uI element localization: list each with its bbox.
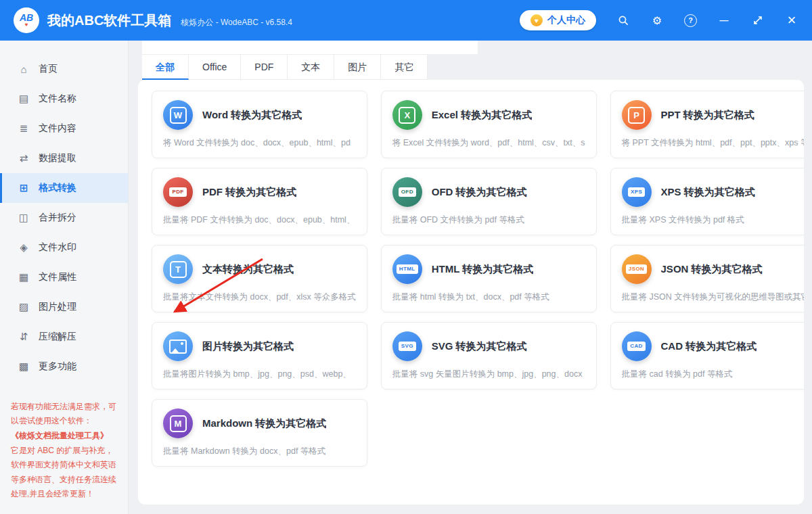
sidebar-item-label: 文件内容 [39,122,76,135]
sidebar-item-file-name[interactable]: ▤ 文件名称 [0,84,128,114]
heart-icon: ♥ [25,22,28,28]
feature-badge: XPS [628,187,645,197]
app-logo: AB ♥ [14,7,39,33]
image-process-icon: ▨ [18,301,30,313]
feature-card-header: CAD CAD 转换为其它格式 [622,331,804,361]
tab-all[interactable]: 全部 [142,54,189,80]
search-icon[interactable] [616,15,630,26]
card-markdown[interactable]: M Markdown 转换为其它格式 批量将 Markdown 转换为 docx… [152,399,367,467]
file-attr-icon: ▦ [18,271,30,283]
sidebar-item-label: 文件属性 [39,271,76,283]
feature-card-header: SVG SVG 转换为其它格式 [392,331,585,361]
user-center-button[interactable]: ♥ 个人中心 [520,10,596,30]
feature-badge: PDF [169,187,186,197]
feature-title: Excel 转换为其它格式 [432,109,532,122]
sidebar-item-compress[interactable]: ⇵ 压缩解压 [0,322,128,352]
feature-desc: 将 Excel 文件转换为 word、pdf、html、csv、txt、s [392,137,585,149]
note-text-2: 它是对 ABC 的扩展与补充，软件界面支持简体中文和英语等多种语言、支持任务流连… [11,446,116,499]
compress-icon: ⇵ [18,331,30,343]
sidebar-item-file-content[interactable]: ≣ 文件内容 [0,114,128,143]
tab-image[interactable]: 图片 [334,54,381,80]
user-badge-icon: ♥ [531,14,543,26]
sidebar-note: 若现有功能无法满足需求，可以尝试使用这个软件： 《核烁文档批量处理工具》 它是对… [0,392,128,514]
format-convert-icon: ⊞ [18,182,30,194]
help-icon[interactable]: ? [684,14,697,27]
sidebar-item-format-convert[interactable]: ⊞ 格式转换 [0,173,128,203]
feature-card-header: M Markdown 转换为其它格式 [163,408,356,438]
feature-badge: JSON [626,264,647,274]
sidebar-item-label: 文件水印 [39,241,76,254]
main-panel: W Word 转换为其它格式 将 Word 文件转换为 doc、docx、epu… [138,80,804,505]
home-icon: ⌂ [18,64,30,75]
feature-card-header: W Word 转换为其它格式 [163,100,356,130]
markdown-icon: M [163,408,193,438]
card-ppt[interactable]: P PPT 转换为其它格式 将 PPT 文件转换为 html、pdf、ppt、p… [610,91,804,158]
tab-pdf[interactable]: PDF [241,54,288,80]
feature-desc: 批量将 Markdown 转换为 docx、pdf 等格式 [163,446,356,457]
feature-title: Markdown 转换为其它格式 [202,417,326,430]
feature-badge: SVG [399,342,416,351]
sidebar-item-data-extract[interactable]: ⇄ 数据提取 [0,143,128,173]
card-word[interactable]: W Word 转换为其它格式 将 Word 文件转换为 doc、docx、epu… [152,91,367,158]
feature-desc: 批量将 JSON 文件转换为可视化的思维导图或其它格 [622,291,804,303]
sidebar-item-label: 格式转换 [39,182,76,194]
card-ofd[interactable]: OFD OFD 转换为其它格式 批量将 OFD 文件转换为 pdf 等格式 [381,168,597,235]
card-svg[interactable]: SVG SVG 转换为其它格式 批量将 svg 矢量图片转换为 bmp、jpg、… [381,322,597,390]
card-excel[interactable]: X Excel 转换为其它格式 将 Excel 文件转换为 word、pdf、h… [381,91,597,158]
sidebar-item-image-process[interactable]: ▨ 图片处理 [0,292,128,322]
feature-title: OFD 转换为其它格式 [432,186,527,199]
card-cad[interactable]: CAD CAD 转换为其它格式 批量将 cad 转换为 pdf 等格式 [610,322,804,390]
card-text[interactable]: T 文本转换为其它格式 批量将文本文件转换为 docx、pdf、xlsx 等众多… [152,245,367,312]
excel-icon: X [392,100,422,130]
feature-badge: HTML [397,264,418,274]
sidebar-item-label: 图片处理 [39,301,76,313]
feature-title: JSON 转换为其它格式 [661,263,763,276]
sidebar-item-file-attr[interactable]: ▦ 文件属性 [0,262,128,292]
card-pdf[interactable]: PDF PDF 转换为其它格式 批量将 PDF 文件转换为 doc、docx、e… [152,168,367,235]
tab-text[interactable]: 文本 [288,54,334,80]
tab-office[interactable]: Office [189,54,241,80]
settings-gear-icon[interactable]: ⚙ [650,14,664,27]
card-html[interactable]: HTML HTML 转换为其它格式 批量将 html 转换为 txt、docx、… [381,245,597,312]
sidebar-item-watermark[interactable]: ◈ 文件水印 [0,233,128,262]
feature-title: XPS 转换为其它格式 [661,186,755,199]
sidebar-item-more[interactable]: ▩ 更多功能 [0,352,128,381]
feature-card-header: HTML HTML 转换为其它格式 [392,254,585,284]
text-icon: T [163,254,193,284]
close-button[interactable]: × [785,11,798,29]
card-image[interactable]: 图片转换为其它格式 批量将图片转换为 bmp、jpg、png、psd、webp、 [152,322,367,390]
sidebar-item-merge-split[interactable]: ◫ 合并拆分 [0,203,128,233]
cards-grid: W Word 转换为其它格式 将 Word 文件转换为 doc、docx、epu… [138,80,804,477]
resize-button[interactable] [751,15,765,26]
feature-badge [169,340,187,354]
feature-desc: 批量将文本文件转换为 docx、pdf、xlsx 等众多格式 [163,291,356,303]
feature-desc: 批量将 XPS 文件转换为 pdf 格式 [622,214,804,226]
card-xps[interactable]: XPS XPS 转换为其它格式 批量将 XPS 文件转换为 pdf 格式 [610,168,804,235]
feature-badge: X [399,107,415,124]
sidebar-item-label: 合并拆分 [39,212,76,224]
feature-desc: 批量将图片转换为 bmp、jpg、png、psd、webp、 [163,369,356,380]
sidebar-item-label: 更多功能 [39,360,76,373]
feature-badge: W [170,107,187,124]
titlebar-actions: ♥ 个人中心 ⚙ ? ─ × [520,10,798,30]
feature-desc: 批量将 cad 转换为 pdf 等格式 [622,369,804,380]
note-text-1: 若现有功能无法满足需求，可以尝试使用这个软件： [11,402,116,426]
feature-badge: OFD [399,187,416,197]
sidebar-item-home[interactable]: ⌂ 首页 [0,54,128,84]
html-icon: HTML [392,254,422,284]
app-subtitle: 核烁办公 - WodeABC - v6.58.4 [181,13,292,28]
svg-icon: SVG [392,331,422,361]
feature-card-header: XPS XPS 转换为其它格式 [622,177,804,207]
content-area: 全部OfficePDF文本图片其它 W Word 转换为其它格式 将 Word … [129,41,812,514]
feature-card-header: PDF PDF 转换为其它格式 [163,177,356,207]
cad-icon: CAD [622,331,652,361]
note-link[interactable]: 《核烁文档批量处理工具》 [11,429,117,444]
feature-badge: CAD [627,342,646,351]
feature-card-header: 图片转换为其它格式 [163,331,356,361]
feature-card-header: T 文本转换为其它格式 [163,254,356,284]
minimize-button[interactable]: ─ [717,14,731,28]
card-json[interactable]: JSON JSON 转换为其它格式 批量将 JSON 文件转换为可视化的思维导图… [610,245,804,312]
tab-other[interactable]: 其它 [381,54,428,80]
feature-card-header: P PPT 转换为其它格式 [622,100,804,130]
sidebar: ⌂ 首页 ▤ 文件名称 ≣ 文件内容 ⇄ 数据提取 ⊞ 格式转换 ◫ 合并拆分 … [0,41,129,514]
